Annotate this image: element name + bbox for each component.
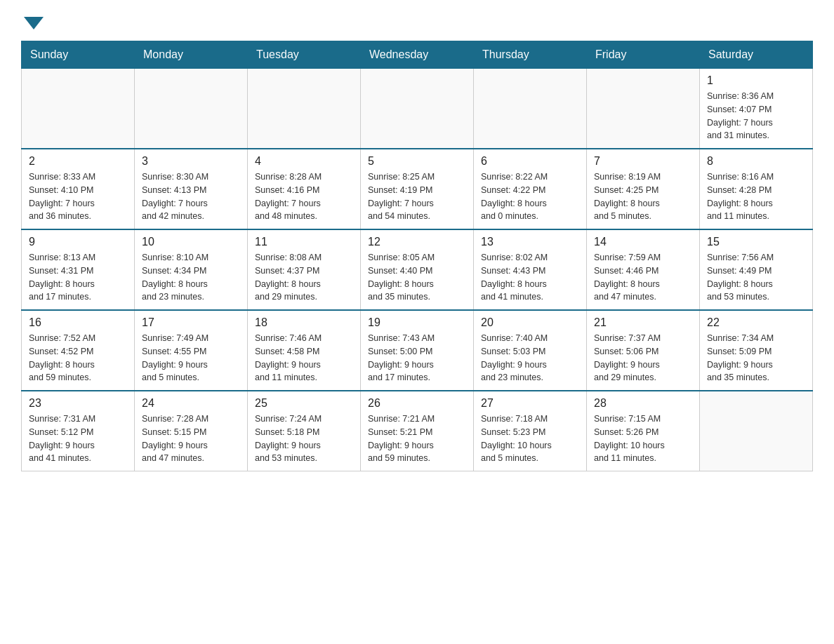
calendar-cell: 24Sunrise: 7:28 AM Sunset: 5:15 PM Dayli… <box>135 391 248 471</box>
day-info: Sunrise: 8:19 AM Sunset: 4:25 PM Dayligh… <box>594 170 692 223</box>
day-info: Sunrise: 7:59 AM Sunset: 4:46 PM Dayligh… <box>594 251 692 304</box>
day-number: 15 <box>707 236 805 248</box>
day-info: Sunrise: 7:24 AM Sunset: 5:18 PM Dayligh… <box>255 412 353 465</box>
day-number: 18 <box>255 316 353 329</box>
day-number: 16 <box>29 316 127 329</box>
day-number: 1 <box>707 74 805 87</box>
calendar-cell <box>22 69 135 149</box>
day-info: Sunrise: 7:43 AM Sunset: 5:00 PM Dayligh… <box>368 332 466 384</box>
calendar-cell: 20Sunrise: 7:40 AM Sunset: 5:03 PM Dayli… <box>474 310 587 391</box>
calendar-cell: 1Sunrise: 8:36 AM Sunset: 4:07 PM Daylig… <box>700 69 813 149</box>
day-info: Sunrise: 8:02 AM Sunset: 4:43 PM Dayligh… <box>481 251 579 304</box>
day-number: 20 <box>481 316 579 329</box>
calendar-cell: 25Sunrise: 7:24 AM Sunset: 5:18 PM Dayli… <box>248 391 361 471</box>
day-number: 27 <box>481 397 579 410</box>
calendar-cell: 15Sunrise: 7:56 AM Sunset: 4:49 PM Dayli… <box>700 229 813 310</box>
day-info: Sunrise: 7:46 AM Sunset: 4:58 PM Dayligh… <box>255 332 353 384</box>
calendar-cell: 7Sunrise: 8:19 AM Sunset: 4:25 PM Daylig… <box>587 149 700 229</box>
day-number: 12 <box>368 236 466 248</box>
calendar-week-row: 1Sunrise: 8:36 AM Sunset: 4:07 PM Daylig… <box>22 69 813 149</box>
day-header-friday: Friday <box>587 41 700 69</box>
day-number: 26 <box>368 397 466 410</box>
calendar-cell: 21Sunrise: 7:37 AM Sunset: 5:06 PM Dayli… <box>587 310 700 391</box>
day-info: Sunrise: 7:18 AM Sunset: 5:23 PM Dayligh… <box>481 412 579 465</box>
calendar-cell: 9Sunrise: 8:13 AM Sunset: 4:31 PM Daylig… <box>22 229 135 310</box>
day-info: Sunrise: 8:22 AM Sunset: 4:22 PM Dayligh… <box>481 170 579 223</box>
calendar-cell: 3Sunrise: 8:30 AM Sunset: 4:13 PM Daylig… <box>135 149 248 229</box>
calendar-cell: 17Sunrise: 7:49 AM Sunset: 4:55 PM Dayli… <box>135 310 248 391</box>
day-info: Sunrise: 8:25 AM Sunset: 4:19 PM Dayligh… <box>368 170 466 223</box>
calendar-cell <box>474 69 587 149</box>
page-header <box>21 14 813 27</box>
day-number: 3 <box>142 155 240 168</box>
calendar-cell: 13Sunrise: 8:02 AM Sunset: 4:43 PM Dayli… <box>474 229 587 310</box>
day-info: Sunrise: 7:15 AM Sunset: 5:26 PM Dayligh… <box>594 412 692 465</box>
day-number: 28 <box>594 397 692 410</box>
calendar-cell: 18Sunrise: 7:46 AM Sunset: 4:58 PM Dayli… <box>248 310 361 391</box>
day-info: Sunrise: 7:40 AM Sunset: 5:03 PM Dayligh… <box>481 332 579 384</box>
calendar-cell: 2Sunrise: 8:33 AM Sunset: 4:10 PM Daylig… <box>22 149 135 229</box>
calendar-week-row: 9Sunrise: 8:13 AM Sunset: 4:31 PM Daylig… <box>22 229 813 310</box>
day-info: Sunrise: 8:28 AM Sunset: 4:16 PM Dayligh… <box>255 170 353 223</box>
logo-arrow-icon <box>24 17 44 29</box>
calendar-cell <box>135 69 248 149</box>
day-header-saturday: Saturday <box>700 41 813 69</box>
calendar-cell <box>700 391 813 471</box>
calendar-table: SundayMondayTuesdayWednesdayThursdayFrid… <box>21 41 813 471</box>
day-header-thursday: Thursday <box>474 41 587 69</box>
day-info: Sunrise: 7:34 AM Sunset: 5:09 PM Dayligh… <box>707 332 805 384</box>
day-number: 22 <box>707 316 805 329</box>
day-number: 9 <box>29 236 127 248</box>
calendar-cell: 4Sunrise: 8:28 AM Sunset: 4:16 PM Daylig… <box>248 149 361 229</box>
day-info: Sunrise: 8:16 AM Sunset: 4:28 PM Dayligh… <box>707 170 805 223</box>
calendar-cell: 8Sunrise: 8:16 AM Sunset: 4:28 PM Daylig… <box>700 149 813 229</box>
day-header-monday: Monday <box>135 41 248 69</box>
calendar-cell: 14Sunrise: 7:59 AM Sunset: 4:46 PM Dayli… <box>587 229 700 310</box>
day-info: Sunrise: 8:33 AM Sunset: 4:10 PM Dayligh… <box>29 170 127 223</box>
calendar-cell: 27Sunrise: 7:18 AM Sunset: 5:23 PM Dayli… <box>474 391 587 471</box>
day-number: 8 <box>707 155 805 168</box>
calendar-cell <box>248 69 361 149</box>
calendar-cell <box>587 69 700 149</box>
day-number: 19 <box>368 316 466 329</box>
day-number: 6 <box>481 155 579 168</box>
calendar-cell: 12Sunrise: 8:05 AM Sunset: 4:40 PM Dayli… <box>361 229 474 310</box>
day-number: 13 <box>481 236 579 248</box>
day-info: Sunrise: 8:30 AM Sunset: 4:13 PM Dayligh… <box>142 170 240 223</box>
day-number: 11 <box>255 236 353 248</box>
day-number: 7 <box>594 155 692 168</box>
logo <box>21 14 44 27</box>
day-number: 14 <box>594 236 692 248</box>
calendar-cell: 22Sunrise: 7:34 AM Sunset: 5:09 PM Dayli… <box>700 310 813 391</box>
day-info: Sunrise: 7:37 AM Sunset: 5:06 PM Dayligh… <box>594 332 692 384</box>
day-number: 4 <box>255 155 353 168</box>
day-number: 25 <box>255 397 353 410</box>
day-info: Sunrise: 8:10 AM Sunset: 4:34 PM Dayligh… <box>142 251 240 304</box>
calendar-cell: 10Sunrise: 8:10 AM Sunset: 4:34 PM Dayli… <box>135 229 248 310</box>
day-header-sunday: Sunday <box>22 41 135 69</box>
logo-top <box>21 14 44 29</box>
day-info: Sunrise: 7:31 AM Sunset: 5:12 PM Dayligh… <box>29 412 127 465</box>
day-number: 21 <box>594 316 692 329</box>
day-info: Sunrise: 7:49 AM Sunset: 4:55 PM Dayligh… <box>142 332 240 384</box>
calendar-cell: 23Sunrise: 7:31 AM Sunset: 5:12 PM Dayli… <box>22 391 135 471</box>
day-info: Sunrise: 8:08 AM Sunset: 4:37 PM Dayligh… <box>255 251 353 304</box>
day-header-tuesday: Tuesday <box>248 41 361 69</box>
calendar-week-row: 16Sunrise: 7:52 AM Sunset: 4:52 PM Dayli… <box>22 310 813 391</box>
calendar-cell: 26Sunrise: 7:21 AM Sunset: 5:21 PM Dayli… <box>361 391 474 471</box>
day-info: Sunrise: 7:28 AM Sunset: 5:15 PM Dayligh… <box>142 412 240 465</box>
day-info: Sunrise: 8:13 AM Sunset: 4:31 PM Dayligh… <box>29 251 127 304</box>
day-number: 2 <box>29 155 127 168</box>
day-header-wednesday: Wednesday <box>361 41 474 69</box>
calendar-cell: 16Sunrise: 7:52 AM Sunset: 4:52 PM Dayli… <box>22 310 135 391</box>
calendar-cell: 28Sunrise: 7:15 AM Sunset: 5:26 PM Dayli… <box>587 391 700 471</box>
calendar-week-row: 2Sunrise: 8:33 AM Sunset: 4:10 PM Daylig… <box>22 149 813 229</box>
day-number: 10 <box>142 236 240 248</box>
calendar-week-row: 23Sunrise: 7:31 AM Sunset: 5:12 PM Dayli… <box>22 391 813 471</box>
calendar-cell: 11Sunrise: 8:08 AM Sunset: 4:37 PM Dayli… <box>248 229 361 310</box>
calendar-header-row: SundayMondayTuesdayWednesdayThursdayFrid… <box>22 41 813 69</box>
day-info: Sunrise: 7:52 AM Sunset: 4:52 PM Dayligh… <box>29 332 127 384</box>
calendar-cell: 19Sunrise: 7:43 AM Sunset: 5:00 PM Dayli… <box>361 310 474 391</box>
day-number: 17 <box>142 316 240 329</box>
day-info: Sunrise: 7:56 AM Sunset: 4:49 PM Dayligh… <box>707 251 805 304</box>
